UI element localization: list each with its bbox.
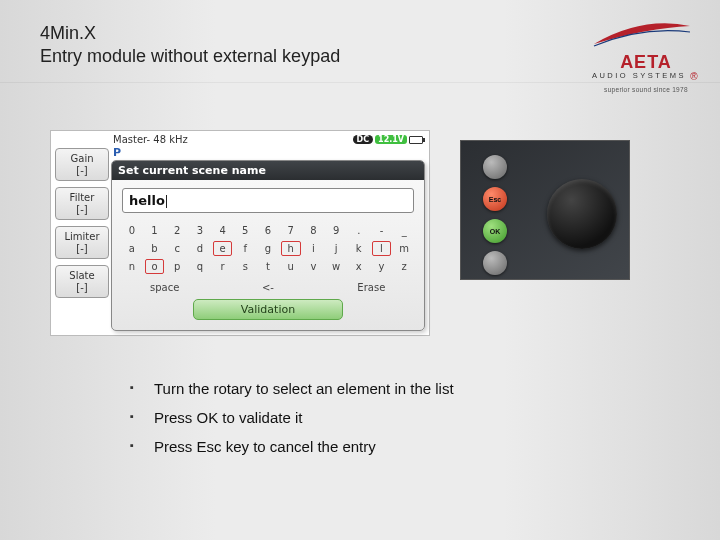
rotary-hardware-photo: Esc OK <box>460 140 630 280</box>
char-cell[interactable]: 5 <box>235 223 255 238</box>
char-cell[interactable]: m <box>394 241 414 256</box>
char-cell[interactable]: i <box>304 241 324 256</box>
scene-name-dialog: Set current scene name hello 0123456789.… <box>111 160 425 331</box>
char-cell[interactable]: 6 <box>258 223 278 238</box>
hw-up-button <box>483 155 507 179</box>
dialog-title: Set current scene name <box>112 161 424 180</box>
char-cell[interactable]: c <box>167 241 187 256</box>
char-cell[interactable]: 4 <box>213 223 233 238</box>
logo-swoosh-icon <box>592 22 692 50</box>
char-cell[interactable]: j <box>326 241 346 256</box>
char-cell[interactable]: 8 <box>304 223 324 238</box>
char-cell[interactable]: y <box>372 259 392 274</box>
char-cell[interactable]: a <box>122 241 142 256</box>
char-cell[interactable]: g <box>258 241 278 256</box>
device-screenshot: Master- 48 kHz DC 12.1V Gain [-] Filter … <box>50 130 430 336</box>
char-cell[interactable]: o <box>145 259 165 274</box>
status-bar: Master- 48 kHz DC 12.1V <box>53 133 427 146</box>
char-cell[interactable]: u <box>281 259 301 274</box>
hw-esc-button: Esc <box>483 187 507 211</box>
erase-key[interactable]: Erase <box>329 282 414 293</box>
char-cell[interactable]: h <box>281 241 301 256</box>
logo-tagline: superior sound since 1978 <box>592 86 700 93</box>
hw-down-button <box>483 251 507 275</box>
slide-title: 4Min.X Entry module without external key… <box>40 22 340 67</box>
instruction-list: Turn the rotary to select an element in … <box>130 380 454 467</box>
character-grid[interactable]: 0123456789.-_abcdefghijklmnopqrstuvwxyz <box>122 223 414 274</box>
char-cell[interactable]: z <box>394 259 414 274</box>
char-cell[interactable]: s <box>235 259 255 274</box>
char-cell[interactable]: x <box>349 259 369 274</box>
char-cell[interactable]: r <box>213 259 233 274</box>
text-caret-icon <box>166 195 167 208</box>
space-key[interactable]: space <box>122 282 207 293</box>
side-btn-slate[interactable]: Slate [-] <box>55 265 109 298</box>
status-master: Master- 48 kHz <box>113 134 188 145</box>
char-cell[interactable]: 1 <box>145 223 165 238</box>
voltage-badge: 12.1V <box>375 135 407 144</box>
hw-ok-button: OK <box>483 219 507 243</box>
scene-name-input[interactable]: hello <box>122 188 414 213</box>
char-cell[interactable]: 3 <box>190 223 210 238</box>
char-cell[interactable]: 2 <box>167 223 187 238</box>
panel-prefix: P <box>113 146 121 159</box>
instruction-item: Press Esc key to cancel the entry <box>130 438 454 455</box>
backspace-key[interactable]: <- <box>225 282 310 293</box>
char-cell[interactable]: w <box>326 259 346 274</box>
input-value: hello <box>129 193 165 208</box>
side-btn-filter[interactable]: Filter [-] <box>55 187 109 220</box>
side-btn-limiter[interactable]: Limiter [-] <box>55 226 109 259</box>
logo-subbrand: AUDIO SYSTEMS <box>592 71 686 80</box>
char-cell[interactable]: n <box>122 259 142 274</box>
char-cell[interactable]: k <box>349 241 369 256</box>
instruction-item: Press OK to validate it <box>130 409 454 426</box>
char-cell[interactable]: t <box>258 259 278 274</box>
char-cell[interactable]: 7 <box>281 223 301 238</box>
char-cell[interactable]: 0 <box>122 223 142 238</box>
char-cell[interactable]: p <box>167 259 187 274</box>
char-cell[interactable]: q <box>190 259 210 274</box>
char-cell[interactable]: v <box>304 259 324 274</box>
char-cell[interactable]: . <box>349 223 369 238</box>
header-divider <box>0 82 720 83</box>
char-cell[interactable]: e <box>213 241 233 256</box>
title-line-2: Entry module without external keypad <box>40 45 340 68</box>
logo-brand: AETA <box>620 52 672 72</box>
char-cell[interactable]: f <box>235 241 255 256</box>
char-cell[interactable]: d <box>190 241 210 256</box>
char-cell[interactable]: l <box>372 241 392 256</box>
side-button-column: Gain [-] Filter [-] Limiter [-] Slate [-… <box>55 148 109 331</box>
rotary-knob <box>547 179 617 249</box>
title-line-1: 4Min.X <box>40 22 340 45</box>
battery-icon <box>409 136 423 144</box>
char-cell[interactable]: 9 <box>326 223 346 238</box>
registered-mark: ® <box>690 71 700 82</box>
validate-button[interactable]: Validation <box>193 299 343 320</box>
instruction-item: Turn the rotary to select an element in … <box>130 380 454 397</box>
char-cell[interactable]: - <box>372 223 392 238</box>
char-cell[interactable]: _ <box>394 223 414 238</box>
char-cell[interactable]: b <box>145 241 165 256</box>
side-btn-gain[interactable]: Gain [-] <box>55 148 109 181</box>
dc-badge: DC <box>353 135 374 144</box>
